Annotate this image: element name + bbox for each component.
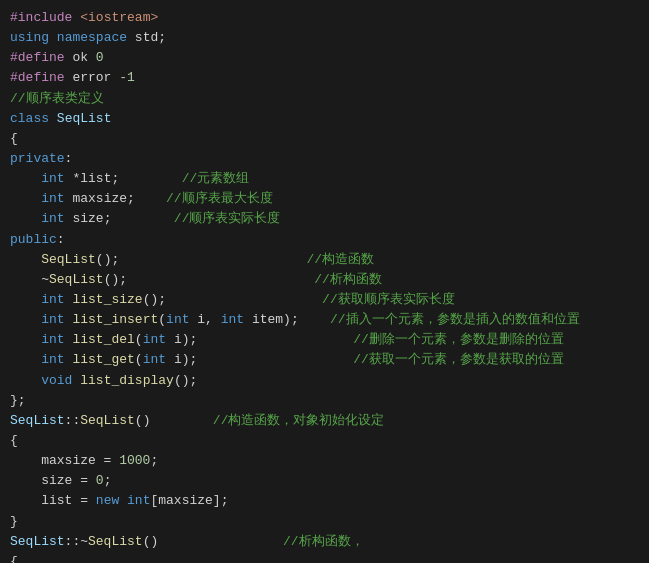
code-line-22: void list_display(); xyxy=(10,371,639,391)
code-line-32: SeqList::~SeqList() //析构函数， xyxy=(10,532,639,552)
code-line-20: int list_del(int i); //删除一个元素，参数是删除的位置 xyxy=(10,330,639,350)
code-line-14: int size; //顺序表实际长度 xyxy=(10,209,639,229)
code-line-1: #include <iostream> xyxy=(10,8,639,28)
code-line-4: #define ok 0 xyxy=(10,48,639,68)
code-line-18: int list_size(); //获取顺序表实际长度 xyxy=(10,290,639,310)
code-line-26: { xyxy=(10,431,639,451)
code-line-16: SeqList(); //构造函数 xyxy=(10,250,639,270)
code-line-29: list = new int[maxsize]; xyxy=(10,491,639,511)
code-line-13: int maxsize; //顺序表最大长度 xyxy=(10,189,639,209)
code-line-17: ~SeqList(); //析构函数 xyxy=(10,270,639,290)
code-line-33: { xyxy=(10,552,639,563)
code-line-9: class SeqList xyxy=(10,109,639,129)
code-line-11: private: xyxy=(10,149,639,169)
code-line-15: public: xyxy=(10,230,639,250)
code-line-28: size = 0; xyxy=(10,471,639,491)
code-line-21: int list_get(int i); //获取一个元素，参数是获取的位置 xyxy=(10,350,639,370)
code-line-8: //顺序表类定义 xyxy=(10,89,639,109)
code-editor: #include <iostream> using namespace std;… xyxy=(0,0,649,563)
code-line-27: maxsize = 1000; xyxy=(10,451,639,471)
code-line-10: { xyxy=(10,129,639,149)
code-line-12: int *list; //元素数组 xyxy=(10,169,639,189)
code-line-23: }; xyxy=(10,391,639,411)
code-line-5: #define error -1 xyxy=(10,68,639,88)
code-line-19: int list_insert(int i, int item); //插入一个… xyxy=(10,310,639,330)
code-line-25: SeqList::SeqList() //构造函数，对象初始化设定 xyxy=(10,411,639,431)
code-line-2: using namespace std; xyxy=(10,28,639,48)
code-line-30: } xyxy=(10,512,639,532)
